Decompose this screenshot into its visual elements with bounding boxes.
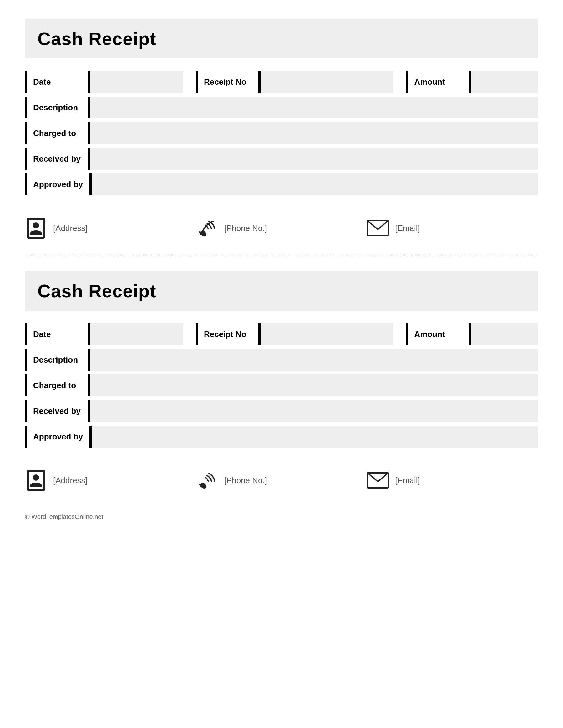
approved-label-1: Approved by xyxy=(25,173,89,195)
receiptno-input-1[interactable] xyxy=(261,71,394,93)
section-divider xyxy=(25,255,538,255)
approved-row-1: Approved by xyxy=(25,173,538,195)
receiptno-group-2: Receipt No xyxy=(196,323,394,345)
received-label-2: Received by xyxy=(25,400,88,422)
address-item-1: [Address] xyxy=(25,217,196,239)
date-vbar-1 xyxy=(88,71,90,93)
amount-label-2: Amount xyxy=(406,323,469,345)
email-item-2: [Email] xyxy=(367,469,538,491)
approved-label-2: Approved by xyxy=(25,426,89,448)
amount-group-2: Amount xyxy=(406,323,538,345)
description-row-1: Description xyxy=(25,97,538,118)
charged-label-1: Charged to xyxy=(25,122,88,144)
contact-row-1: [Address] [Phone No.] xyxy=(25,211,538,245)
amount-vbar-2 xyxy=(469,323,471,345)
description-label-1: Description xyxy=(25,97,88,118)
phone-icon-2 xyxy=(196,469,218,491)
phone-icon-1 xyxy=(196,217,218,239)
charged-vbar-2 xyxy=(88,374,90,396)
received-row-2: Received by xyxy=(25,400,538,422)
receiptno-vbar-2 xyxy=(258,323,261,345)
charged-input-2[interactable] xyxy=(90,374,538,396)
description-input-2[interactable] xyxy=(90,349,538,371)
date-label-2: Date xyxy=(25,323,88,345)
footer: © WordTemplatesOnline.net xyxy=(25,510,538,520)
charged-row-2: Charged to xyxy=(25,374,538,396)
receipt-title-1: Cash Receipt xyxy=(38,28,525,49)
received-label-1: Received by xyxy=(25,148,88,170)
approved-input-1[interactable] xyxy=(92,173,538,195)
phone-text-1: [Phone No.] xyxy=(224,223,267,233)
address-text-1: [Address] xyxy=(53,223,88,233)
charged-label-2: Charged to xyxy=(25,374,88,396)
receipt-section-1: Cash Receipt Date Receipt No Amount xyxy=(25,19,538,245)
receiptno-label-2: Receipt No xyxy=(196,323,258,345)
approved-row-2: Approved by xyxy=(25,426,538,448)
receipt-header-1: Cash Receipt xyxy=(25,19,538,58)
svg-point-6 xyxy=(33,474,39,481)
top-row-2: Date Receipt No Amount xyxy=(25,323,538,345)
description-row-2: Description xyxy=(25,349,538,371)
approved-vbar-2 xyxy=(89,426,92,448)
receiptno-input-2[interactable] xyxy=(261,323,394,345)
email-text-2: [Email] xyxy=(395,476,420,485)
phone-item-2: [Phone No.] xyxy=(196,469,367,491)
description-vbar-1 xyxy=(88,97,90,118)
amount-input-1[interactable] xyxy=(471,71,538,93)
receiptno-label-1: Receipt No xyxy=(196,71,258,93)
phone-text-2: [Phone No.] xyxy=(224,476,267,485)
email-text-1: [Email] xyxy=(395,223,420,233)
description-input-1[interactable] xyxy=(90,97,538,118)
email-icon-1 xyxy=(367,217,389,239)
received-row-1: Received by xyxy=(25,148,538,170)
copyright-text: © WordTemplatesOnline.net xyxy=(25,513,103,520)
receipt-section-2: Cash Receipt Date Receipt No Amount xyxy=(25,271,538,498)
description-vbar-2 xyxy=(88,349,90,371)
charged-input-1[interactable] xyxy=(90,122,538,144)
receipt-header-2: Cash Receipt xyxy=(25,271,538,311)
receiptno-group-1: Receipt No xyxy=(196,71,394,93)
received-input-1[interactable] xyxy=(90,148,538,170)
form-rows-1: Date Receipt No Amount Description xyxy=(25,71,538,195)
receiptno-vbar-1 xyxy=(258,71,261,93)
phone-item-1: [Phone No.] xyxy=(196,217,367,239)
address-icon-1 xyxy=(25,217,47,239)
contact-row-2: [Address] [Phone No.] [Email] xyxy=(25,463,538,498)
approved-vbar-1 xyxy=(89,173,92,195)
date-input-2[interactable] xyxy=(90,323,183,345)
svg-point-2 xyxy=(33,222,39,228)
date-group-1: Date xyxy=(25,71,183,93)
date-vbar-2 xyxy=(88,323,90,345)
address-item-2: [Address] xyxy=(25,469,196,491)
amount-vbar-1 xyxy=(469,71,471,93)
date-input-1[interactable] xyxy=(90,71,183,93)
charged-vbar-1 xyxy=(88,122,90,144)
date-label-1: Date xyxy=(25,71,88,93)
receipt-title-2: Cash Receipt xyxy=(38,280,525,301)
email-icon-2 xyxy=(367,469,389,491)
charged-row-1: Charged to xyxy=(25,122,538,144)
received-vbar-1 xyxy=(88,148,90,170)
received-vbar-2 xyxy=(88,400,90,422)
address-icon-2 xyxy=(25,469,47,491)
amount-input-2[interactable] xyxy=(471,323,538,345)
top-row-1: Date Receipt No Amount xyxy=(25,71,538,93)
received-input-2[interactable] xyxy=(90,400,538,422)
description-label-2: Description xyxy=(25,349,88,371)
address-text-2: [Address] xyxy=(53,476,88,485)
email-item-1: [Email] xyxy=(367,217,538,239)
date-group-2: Date xyxy=(25,323,183,345)
approved-input-2[interactable] xyxy=(92,426,538,448)
amount-label-1: Amount xyxy=(406,71,469,93)
amount-group-1: Amount xyxy=(406,71,538,93)
form-rows-2: Date Receipt No Amount Description xyxy=(25,323,538,448)
